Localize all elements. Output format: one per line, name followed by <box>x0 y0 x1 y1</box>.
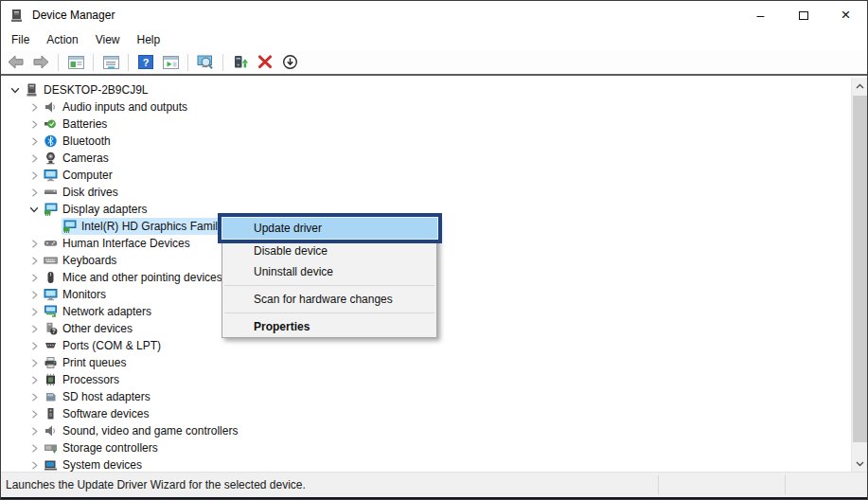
console-tree-icon <box>68 56 84 69</box>
display-adapter-icon <box>62 220 77 233</box>
menu-action[interactable]: Action <box>38 30 86 49</box>
uninstall-device-button[interactable] <box>255 52 275 72</box>
monitor-icon <box>43 169 58 182</box>
statusbar: Launches the Update Driver Wizard for th… <box>1 472 867 497</box>
disable-device-button[interactable] <box>279 52 300 72</box>
tree-row: SD host adapters <box>1 388 851 405</box>
console-tree-button[interactable] <box>65 52 86 72</box>
svg-text:?: ? <box>51 328 55 334</box>
update-driver-menu-item[interactable]: Update driver <box>218 213 442 243</box>
tree-row: System devices <box>1 456 851 472</box>
minimize-button[interactable]: – <box>739 1 782 29</box>
scrollbar-thumb[interactable] <box>853 96 867 442</box>
computer-icon <box>24 83 39 97</box>
svg-text:?: ? <box>143 57 150 68</box>
chevron-down-icon[interactable] <box>26 201 43 218</box>
chevron-right-icon[interactable] <box>26 371 43 388</box>
scroll-up-button[interactable] <box>852 78 867 94</box>
monitor-magnifier-icon <box>197 55 215 70</box>
tree-item-label: Batteries <box>62 117 107 131</box>
chevron-right-icon[interactable] <box>26 439 43 456</box>
tree-item-sd-host-adapters[interactable]: SD host adapters <box>43 388 153 405</box>
tree-item-label: Human Interface Devices <box>62 237 190 250</box>
tree-item-intel-r-hd-graphics-family[interactable]: Intel(R) HD Graphics Family <box>62 218 226 235</box>
tree-item-storage-controllers[interactable]: Storage controllers <box>43 439 161 456</box>
chevron-right-icon[interactable] <box>26 456 43 472</box>
tree-item-human-interface-devices[interactable]: Human Interface Devices <box>43 235 193 252</box>
processor-icon <box>43 373 58 386</box>
chevron-right-icon[interactable] <box>26 235 43 252</box>
speaker-icon <box>43 424 58 438</box>
tree-item-label: Processors <box>62 373 119 386</box>
tree-item-other-devices[interactable]: ?Other devices <box>43 320 135 337</box>
chevron-right-icon[interactable] <box>26 303 43 320</box>
tree-item-processors[interactable]: Processors <box>43 371 122 388</box>
tree-row: DESKTOP-2B9CJ9L <box>1 81 851 98</box>
tree-item-display-adapters[interactable]: Display adapters <box>43 201 150 218</box>
chevron-right-icon[interactable] <box>26 405 43 422</box>
menu-file[interactable]: File <box>3 30 38 49</box>
chevron-right-icon[interactable] <box>26 150 43 167</box>
tree-item-print-queues[interactable]: Print queues <box>43 354 129 371</box>
tree-item-audio-inputs-and-outputs[interactable]: Audio inputs and outputs <box>43 98 190 116</box>
help-icon: ? <box>138 55 153 69</box>
battery-icon <box>43 117 58 131</box>
context-menu-item-properties[interactable]: Properties <box>222 316 436 337</box>
tree-item-computer[interactable]: Computer <box>43 167 115 184</box>
chevron-right-icon[interactable] <box>26 269 43 286</box>
scan-hardware-button[interactable] <box>195 52 216 72</box>
tree-item-bluetooth[interactable]: Bluetooth <box>43 133 114 150</box>
tree-item-label: Monitors <box>62 288 106 301</box>
chevron-right-icon[interactable] <box>26 167 43 184</box>
tree-item-software-devices[interactable]: Software devices <box>43 405 151 422</box>
system-icon <box>43 458 58 472</box>
help-button[interactable]: ? <box>135 52 156 72</box>
scroll-down-button[interactable] <box>852 455 867 472</box>
tree-item-keyboards[interactable]: Keyboards <box>43 252 119 269</box>
tree-item-batteries[interactable]: Batteries <box>43 116 110 133</box>
chevron-right-icon[interactable] <box>26 320 43 337</box>
maximize-button[interactable] <box>782 1 824 29</box>
back-button[interactable] <box>6 52 27 72</box>
chevron-right-icon[interactable] <box>26 286 43 303</box>
tree-row: Disk drives <box>1 184 851 201</box>
tree-item-network-adapters[interactable]: Network adapters <box>43 303 154 320</box>
tree-row: Ports (COM & LPT) <box>1 337 851 354</box>
chevron-right-icon[interactable] <box>26 337 43 354</box>
chevron-right-icon[interactable] <box>26 133 43 150</box>
context-menu-item-uninstall-device[interactable]: Uninstall device <box>222 261 436 282</box>
chevron-down-icon[interactable] <box>7 81 24 98</box>
tree-item-mice-and-other-pointing-devices[interactable]: Mice and other pointing devices <box>43 269 225 286</box>
context-menu-item-disable-device[interactable]: Disable device <box>222 241 436 261</box>
tree-item-monitors[interactable]: Monitors <box>43 286 109 303</box>
tree-item-desktop-2b9cj9l[interactable]: DESKTOP-2B9CJ9L <box>24 81 151 98</box>
tree-item-sound-video-and-game-controllers[interactable]: Sound, video and game controllers <box>43 422 240 439</box>
toolbar-separator <box>128 54 129 71</box>
tree-item-label: Bluetooth <box>62 134 111 148</box>
chevron-right-icon[interactable] <box>26 354 43 371</box>
update-driver-button[interactable] <box>230 52 251 72</box>
vertical-scrollbar[interactable] <box>851 78 867 472</box>
chevron-right-icon[interactable] <box>26 388 43 405</box>
chevron-right-icon[interactable] <box>26 116 43 133</box>
menu-view[interactable]: View <box>87 30 129 49</box>
close-button[interactable]: × <box>824 1 867 29</box>
tree-item-label: Other devices <box>62 322 133 335</box>
chevron-right-icon[interactable] <box>26 252 43 269</box>
forward-button[interactable] <box>30 52 51 72</box>
tree-item-system-devices[interactable]: System devices <box>43 456 145 472</box>
tree-item-disk-drives[interactable]: Disk drives <box>43 184 121 201</box>
tree-row: Print queues <box>1 354 851 371</box>
tree-item-ports-com-lpt[interactable]: Ports (COM & LPT) <box>43 337 164 354</box>
properties-button[interactable] <box>100 52 121 72</box>
chevron-right-icon[interactable] <box>26 98 43 116</box>
action-pane-button[interactable] <box>160 52 181 72</box>
tree-item-label: Computer <box>62 169 113 182</box>
chevron-right-icon[interactable] <box>26 422 43 439</box>
context-menu-item-scan-for-hardware-changes[interactable]: Scan for hardware changes <box>222 289 436 310</box>
tree-item-cameras[interactable]: Cameras <box>43 150 112 167</box>
menu-help[interactable]: Help <box>129 30 169 49</box>
chevron-right-icon[interactable] <box>26 184 43 201</box>
storage-icon <box>43 441 58 455</box>
unknown-device-icon: ? <box>43 322 58 335</box>
